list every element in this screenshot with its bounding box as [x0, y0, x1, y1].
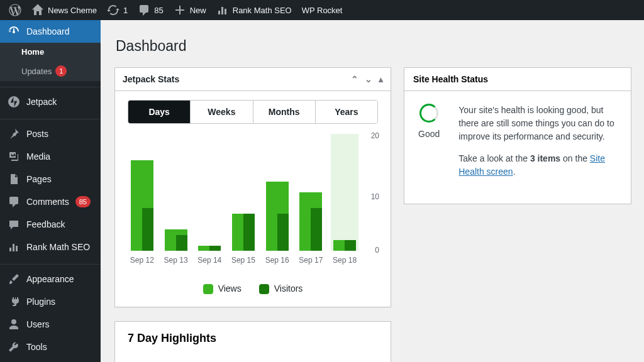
new-content-link[interactable]: New: [169, 0, 211, 20]
wprocket-link[interactable]: WP Rocket: [297, 0, 348, 20]
health-text: Your site's health is looking good, but …: [458, 104, 617, 187]
toggle-icon[interactable]: ▴: [379, 74, 383, 84]
chart-y-axis: 20 10 0: [365, 134, 380, 251]
menu-separator: [0, 261, 101, 265]
admin-sidebar: Dashboard Home Updates 1 Jetpack Posts M…: [0, 20, 101, 362]
wrench-icon: [8, 341, 20, 353]
page-title: Dashboard: [116, 38, 631, 55]
site-health-box: Site Health Status Good Your site's heal…: [404, 67, 631, 204]
bar-group[interactable]: [128, 134, 156, 251]
site-name: News Cheme: [48, 6, 97, 15]
comment-icon: [8, 195, 20, 208]
user-icon: [8, 318, 20, 331]
menu-plugins[interactable]: Plugins: [0, 290, 101, 313]
bar-visitors: [176, 235, 187, 251]
move-up-icon[interactable]: ⌃: [351, 74, 358, 84]
bar-group[interactable]: [331, 134, 358, 251]
comments-count: 85: [154, 6, 163, 15]
home-icon: [31, 4, 44, 16]
legend-views: Views: [203, 283, 242, 294]
menu-feedback[interactable]: Feedback: [0, 213, 101, 236]
x-axis-label: Sep 17: [297, 256, 325, 265]
bar-visitors: [345, 240, 356, 251]
comments-icon: [138, 4, 150, 16]
health-indicator: Good: [418, 104, 440, 187]
menu-separator: [0, 84, 101, 87]
bar-visitors: [277, 214, 289, 251]
site-name-link[interactable]: News Cheme: [26, 0, 102, 20]
move-down-icon[interactable]: ⌄: [365, 74, 372, 84]
menu-separator: [0, 116, 101, 119]
tab-years[interactable]: Years: [315, 101, 377, 123]
wprocket-label: WP Rocket: [302, 6, 343, 15]
menu-jetpack[interactable]: Jetpack: [0, 90, 101, 113]
submenu-updates[interactable]: Updates 1: [0, 61, 101, 81]
svg-point-0: [8, 96, 19, 107]
site-health-header: Site Health Status: [404, 68, 631, 91]
page-icon: [8, 173, 20, 185]
x-axis-label: Sep 13: [162, 256, 190, 265]
seven-day-highlights-box: 7 Day Highlights: [114, 321, 391, 362]
x-axis-label: Sep 12: [128, 256, 156, 265]
dashboard-submenu: Home Updates 1: [0, 43, 101, 81]
stats-period-tabs: Days Weeks Months Years: [128, 100, 378, 124]
rankmath-link[interactable]: Rank Math SEO: [211, 0, 297, 20]
stats-chart: 20 10 0 Sep 12Sep 13Sep 14Sep 15Sep 16Se…: [125, 134, 380, 278]
media-icon: [8, 150, 20, 163]
rankmath-icon: [8, 241, 20, 253]
box-controls: ⌃ ⌄ ▴: [351, 74, 383, 84]
brush-icon: [8, 273, 20, 285]
comments-link[interactable]: 85: [133, 0, 168, 20]
menu-dashboard-label: Dashboard: [26, 26, 70, 36]
feedback-icon: [8, 218, 20, 231]
bar-group[interactable]: [297, 134, 325, 251]
x-axis-label: Sep 15: [230, 256, 257, 265]
rankmath-label: Rank Math SEO: [233, 6, 292, 15]
main-content: Dashboard Jetpack Stats ⌃ ⌄ ▴ Days Weeks: [101, 20, 644, 362]
bar-group[interactable]: [162, 134, 190, 251]
new-label: New: [190, 6, 206, 15]
tab-weeks[interactable]: Weeks: [190, 101, 252, 123]
tab-days[interactable]: Days: [128, 101, 190, 123]
submenu-home[interactable]: Home: [0, 43, 101, 61]
bar-group[interactable]: [196, 134, 223, 251]
menu-appearance[interactable]: Appearance: [0, 268, 101, 290]
highlights-title: 7 Day Highlights: [128, 332, 378, 345]
x-axis-label: Sep 16: [264, 256, 291, 265]
jetpack-stats-header: Jetpack Stats ⌃ ⌄ ▴: [115, 68, 391, 91]
x-axis-label: Sep 14: [196, 256, 223, 265]
jetpack-icon: [8, 96, 20, 108]
comments-badge: 85: [75, 196, 91, 207]
menu-dashboard[interactable]: Dashboard: [0, 20, 101, 43]
chart-legend: Views Visitors: [125, 278, 380, 294]
wp-logo[interactable]: [4, 0, 26, 20]
legend-visitors: Visitors: [259, 283, 303, 294]
health-status-label: Good: [418, 129, 440, 139]
updates-badge: 1: [55, 65, 67, 77]
plus-icon: [174, 4, 186, 16]
dashboard-icon: [8, 25, 20, 38]
menu-users[interactable]: Users: [0, 313, 101, 336]
menu-rankmath[interactable]: Rank Math SEO: [0, 236, 101, 258]
chart-icon: [216, 4, 229, 16]
health-circle-icon: [419, 104, 438, 123]
bar-group[interactable]: [264, 134, 291, 251]
menu-comments[interactable]: Comments 85: [0, 190, 101, 213]
menu-pages[interactable]: Pages: [0, 168, 101, 190]
menu-jetpack-label: Jetpack: [26, 97, 57, 107]
updates-count: 1: [123, 6, 128, 15]
x-axis-label: Sep 18: [331, 256, 358, 265]
bar-visitors: [209, 246, 221, 251]
plug-icon: [8, 295, 20, 308]
tab-months[interactable]: Months: [253, 101, 315, 123]
menu-posts[interactable]: Posts: [0, 123, 101, 145]
bar-visitors: [243, 214, 255, 251]
wordpress-icon: [9, 4, 21, 16]
bar-visitors: [142, 208, 153, 251]
bar-group[interactable]: [230, 134, 257, 251]
pin-icon: [8, 128, 20, 140]
admin-toolbar: News Cheme 1 85 New Rank Math SEO WP Roc…: [0, 0, 644, 20]
menu-media[interactable]: Media: [0, 145, 101, 168]
menu-tools[interactable]: Tools: [0, 336, 101, 358]
updates-link[interactable]: 1: [102, 0, 133, 20]
